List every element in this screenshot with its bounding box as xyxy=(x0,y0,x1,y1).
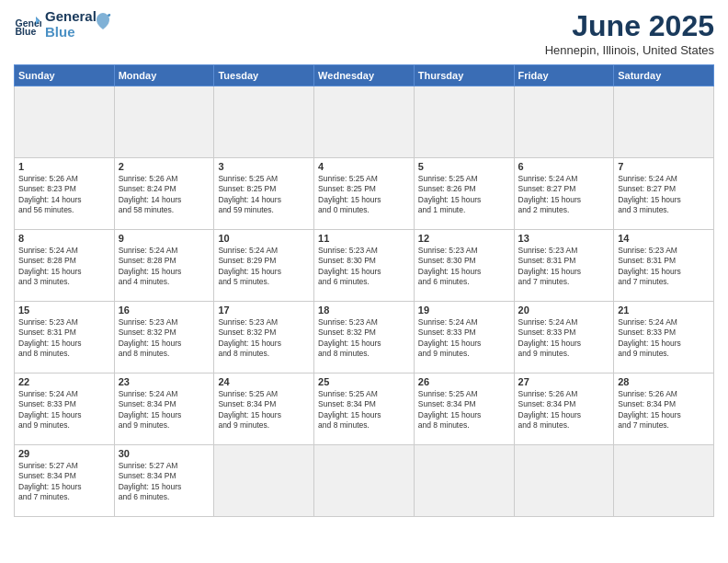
calendar-table: SundayMondayTuesdayWednesdayThursdayFrid… xyxy=(14,64,714,517)
day-number: 20 xyxy=(518,304,610,316)
day-number: 8 xyxy=(18,233,110,244)
day-info: Sunrise: 5:27 AM Sunset: 8:34 PM Dayligh… xyxy=(18,461,110,503)
day-cell: 6Sunrise: 5:24 AM Sunset: 8:27 PM Daylig… xyxy=(514,158,614,230)
day-cell xyxy=(614,445,714,517)
week-row-0 xyxy=(15,86,714,158)
day-cell: 16Sunrise: 5:23 AM Sunset: 8:32 PM Dayli… xyxy=(114,302,214,373)
day-number: 25 xyxy=(318,376,410,387)
day-number: 2 xyxy=(119,161,210,172)
svg-text:Blue: Blue xyxy=(16,25,37,36)
day-number: 29 xyxy=(18,448,110,459)
header: General Blue General Blue June 2025 Henn… xyxy=(14,9,714,57)
day-cell: 14Sunrise: 5:23 AM Sunset: 8:31 PM Dayli… xyxy=(614,230,714,302)
header-cell-tuesday: Tuesday xyxy=(214,65,314,86)
day-cell: 20Sunrise: 5:24 AM Sunset: 8:33 PM Dayli… xyxy=(514,302,614,373)
day-info: Sunrise: 5:27 AM Sunset: 8:34 PM Dayligh… xyxy=(119,461,210,503)
day-info: Sunrise: 5:23 AM Sunset: 8:32 PM Dayligh… xyxy=(218,317,310,360)
day-info: Sunrise: 5:26 AM Sunset: 8:24 PM Dayligh… xyxy=(119,174,210,216)
day-number: 16 xyxy=(119,304,210,316)
day-info: Sunrise: 5:24 AM Sunset: 8:28 PM Dayligh… xyxy=(18,246,110,288)
day-cell: 22Sunrise: 5:24 AM Sunset: 8:33 PM Dayli… xyxy=(15,373,115,445)
day-cell: 19Sunrise: 5:24 AM Sunset: 8:33 PM Dayli… xyxy=(414,302,514,373)
week-row-2: 8Sunrise: 5:24 AM Sunset: 8:28 PM Daylig… xyxy=(15,230,714,302)
day-info: Sunrise: 5:25 AM Sunset: 8:34 PM Dayligh… xyxy=(418,389,510,431)
day-cell xyxy=(314,445,415,517)
day-cell: 5Sunrise: 5:25 AM Sunset: 8:26 PM Daylig… xyxy=(414,158,514,230)
day-number: 23 xyxy=(119,376,210,387)
day-info: Sunrise: 5:23 AM Sunset: 8:31 PM Dayligh… xyxy=(18,317,110,360)
day-info: Sunrise: 5:23 AM Sunset: 8:32 PM Dayligh… xyxy=(119,317,210,360)
day-number: 30 xyxy=(119,448,210,459)
header-cell-saturday: Saturday xyxy=(614,65,714,86)
day-cell xyxy=(514,86,614,158)
header-cell-sunday: Sunday xyxy=(15,65,115,86)
day-number: 12 xyxy=(418,233,510,244)
day-cell xyxy=(514,445,614,517)
logo-icon: General Blue xyxy=(14,11,41,39)
day-cell: 13Sunrise: 5:23 AM Sunset: 8:31 PM Dayli… xyxy=(514,230,614,302)
day-cell: 1Sunrise: 5:26 AM Sunset: 8:23 PM Daylig… xyxy=(15,158,115,230)
day-cell: 30Sunrise: 5:27 AM Sunset: 8:34 PM Dayli… xyxy=(114,445,214,517)
logo-bird-icon xyxy=(95,11,111,31)
day-number: 10 xyxy=(218,233,310,244)
header-cell-friday: Friday xyxy=(514,65,614,86)
day-info: Sunrise: 5:23 AM Sunset: 8:31 PM Dayligh… xyxy=(618,246,710,288)
day-cell: 11Sunrise: 5:23 AM Sunset: 8:30 PM Dayli… xyxy=(314,230,415,302)
day-info: Sunrise: 5:26 AM Sunset: 8:23 PM Dayligh… xyxy=(18,174,110,216)
header-cell-wednesday: Wednesday xyxy=(314,65,415,86)
day-info: Sunrise: 5:24 AM Sunset: 8:27 PM Dayligh… xyxy=(518,174,610,216)
location: Hennepin, Illinois, United States xyxy=(545,43,714,57)
day-info: Sunrise: 5:26 AM Sunset: 8:34 PM Dayligh… xyxy=(618,389,710,431)
day-cell xyxy=(314,86,415,158)
day-number: 27 xyxy=(518,376,610,387)
day-number: 22 xyxy=(18,376,110,387)
day-number: 19 xyxy=(418,304,510,316)
day-cell: 26Sunrise: 5:25 AM Sunset: 8:34 PM Dayli… xyxy=(414,373,514,445)
day-cell xyxy=(414,86,514,158)
day-cell: 24Sunrise: 5:25 AM Sunset: 8:34 PM Dayli… xyxy=(214,373,314,445)
day-cell: 29Sunrise: 5:27 AM Sunset: 8:34 PM Dayli… xyxy=(15,445,115,517)
day-number: 17 xyxy=(218,304,310,316)
day-info: Sunrise: 5:24 AM Sunset: 8:33 PM Dayligh… xyxy=(18,389,110,431)
day-number: 13 xyxy=(518,233,610,244)
day-cell: 3Sunrise: 5:25 AM Sunset: 8:25 PM Daylig… xyxy=(214,158,314,230)
day-cell: 18Sunrise: 5:23 AM Sunset: 8:32 PM Dayli… xyxy=(314,302,415,373)
day-number: 26 xyxy=(418,376,510,387)
day-number: 3 xyxy=(218,161,310,172)
day-cell: 23Sunrise: 5:24 AM Sunset: 8:34 PM Dayli… xyxy=(114,373,214,445)
day-info: Sunrise: 5:25 AM Sunset: 8:34 PM Dayligh… xyxy=(218,389,310,431)
day-number: 15 xyxy=(18,304,110,316)
day-cell xyxy=(114,86,214,158)
page: General Blue General Blue June 2025 Henn… xyxy=(0,0,728,563)
day-info: Sunrise: 5:25 AM Sunset: 8:25 PM Dayligh… xyxy=(218,174,310,216)
day-number: 4 xyxy=(318,161,410,172)
day-info: Sunrise: 5:24 AM Sunset: 8:33 PM Dayligh… xyxy=(618,317,710,360)
day-info: Sunrise: 5:25 AM Sunset: 8:34 PM Dayligh… xyxy=(318,389,410,431)
day-info: Sunrise: 5:23 AM Sunset: 8:32 PM Dayligh… xyxy=(318,317,410,360)
logo-line2: Blue xyxy=(45,25,97,40)
day-info: Sunrise: 5:25 AM Sunset: 8:26 PM Dayligh… xyxy=(418,174,510,216)
day-cell: 8Sunrise: 5:24 AM Sunset: 8:28 PM Daylig… xyxy=(15,230,115,302)
day-info: Sunrise: 5:24 AM Sunset: 8:34 PM Dayligh… xyxy=(119,389,210,431)
day-info: Sunrise: 5:24 AM Sunset: 8:29 PM Dayligh… xyxy=(218,246,310,288)
week-row-5: 29Sunrise: 5:27 AM Sunset: 8:34 PM Dayli… xyxy=(15,445,714,517)
day-info: Sunrise: 5:24 AM Sunset: 8:28 PM Dayligh… xyxy=(119,246,210,288)
day-info: Sunrise: 5:24 AM Sunset: 8:27 PM Dayligh… xyxy=(618,174,710,216)
day-cell: 15Sunrise: 5:23 AM Sunset: 8:31 PM Dayli… xyxy=(15,302,115,373)
day-number: 28 xyxy=(618,376,710,387)
day-number: 14 xyxy=(618,233,710,244)
day-cell xyxy=(214,86,314,158)
day-cell xyxy=(614,86,714,158)
day-cell: 27Sunrise: 5:26 AM Sunset: 8:34 PM Dayli… xyxy=(514,373,614,445)
day-cell xyxy=(214,445,314,517)
day-info: Sunrise: 5:24 AM Sunset: 8:33 PM Dayligh… xyxy=(418,317,510,360)
day-number: 6 xyxy=(518,161,610,172)
header-cell-monday: Monday xyxy=(114,65,214,86)
day-number: 21 xyxy=(618,304,710,316)
title-block: June 2025 Hennepin, Illinois, United Sta… xyxy=(545,9,714,57)
day-cell: 25Sunrise: 5:25 AM Sunset: 8:34 PM Dayli… xyxy=(314,373,415,445)
day-info: Sunrise: 5:25 AM Sunset: 8:25 PM Dayligh… xyxy=(318,174,410,216)
week-row-3: 15Sunrise: 5:23 AM Sunset: 8:31 PM Dayli… xyxy=(15,302,714,373)
day-number: 18 xyxy=(318,304,410,316)
month-title: June 2025 xyxy=(545,9,714,43)
